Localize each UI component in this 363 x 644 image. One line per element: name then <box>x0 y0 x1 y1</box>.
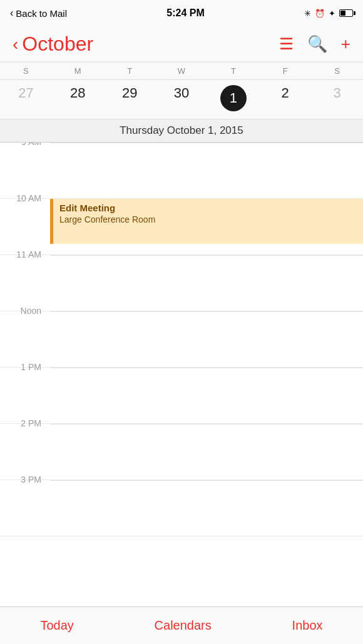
list-icon[interactable]: ☰ <box>279 34 294 54</box>
battery-icon <box>339 9 353 17</box>
time-label-2pm: 2 PM <box>0 419 50 428</box>
time-area-3pm <box>50 480 363 536</box>
date-3[interactable]: 3 <box>311 83 363 114</box>
prev-month-chevron-icon[interactable]: ‹ <box>13 34 18 54</box>
header-actions: ☰ 🔍 + <box>279 34 350 54</box>
status-bar: ‹ Back to Mail 5:24 PM ✳ ⏰ ✦ <box>0 0 363 26</box>
time-area-10am: Edit Meeting Large Conference Room <box>50 199 363 254</box>
tab-bar: Today Calendars Inbox <box>0 606 363 644</box>
event-location: Large Conference Room <box>59 214 357 224</box>
date-30[interactable]: 30 <box>156 83 208 114</box>
time-slot-11am: 11 AM <box>0 255 363 311</box>
time-slot-1pm: 1 PM <box>0 368 363 424</box>
date-1-today[interactable]: 1 <box>207 83 259 114</box>
time-slot-10am: 10 AM Edit Meeting Large Conference Room <box>0 199 363 255</box>
time-slot-9am: 9 AM <box>0 143 363 199</box>
time-slot-noon: Noon <box>0 311 363 368</box>
timeline: 9 AM 10 AM Edit Meeting Large Conference… <box>0 143 363 603</box>
calendar-header: ‹ October ☰ 🔍 + <box>0 26 363 63</box>
dow-tue: T <box>104 65 156 77</box>
time-area-noon <box>50 311 363 367</box>
time-area-9am <box>50 143 363 198</box>
search-icon[interactable]: 🔍 <box>307 34 327 54</box>
add-icon[interactable]: + <box>341 34 350 54</box>
event-title: Edit Meeting <box>59 203 357 213</box>
tab-inbox[interactable]: Inbox <box>292 618 323 633</box>
back-label: Back to Mail <box>16 8 67 19</box>
date-29[interactable]: 29 <box>104 83 156 114</box>
event-edit-meeting[interactable]: Edit Meeting Large Conference Room <box>50 199 363 244</box>
date-28[interactable]: 28 <box>52 83 104 114</box>
time-slot-2pm: 2 PM <box>0 424 363 480</box>
days-of-week-row: S M T W T F S <box>0 63 363 80</box>
status-icons: ✳ ⏰ ✦ <box>304 9 353 18</box>
time-label-11am: 11 AM <box>0 250 50 259</box>
activity-icon: ✳ <box>304 9 311 18</box>
date-row: 27 28 29 30 1 2 3 <box>0 80 363 119</box>
month-title: October <box>22 33 93 56</box>
bluetooth-icon: ✦ <box>329 9 335 18</box>
dow-sat: S <box>311 65 363 77</box>
time-area-11am <box>50 255 363 311</box>
tab-calendars[interactable]: Calendars <box>155 618 212 633</box>
time-label-1pm: 1 PM <box>0 363 50 371</box>
dow-sun: S <box>0 65 52 77</box>
month-nav[interactable]: ‹ October <box>13 33 93 56</box>
tab-today[interactable]: Today <box>40 618 73 633</box>
alarm-icon: ⏰ <box>315 9 325 18</box>
time-slot-3pm: 3 PM <box>0 480 363 536</box>
today-circle: 1 <box>220 85 247 111</box>
dow-wed: W <box>156 65 208 77</box>
time-label-10am: 10 AM <box>0 194 50 203</box>
dow-thu: T <box>207 65 259 77</box>
dow-fri: F <box>259 65 311 77</box>
back-to-mail[interactable]: ‹ Back to Mail <box>10 8 67 19</box>
date-2[interactable]: 2 <box>259 83 311 114</box>
date-27[interactable]: 27 <box>0 83 52 114</box>
selected-date-label: Thursday October 1, 2015 <box>0 119 363 143</box>
time-area-1pm <box>50 368 363 423</box>
time-label-3pm: 3 PM <box>0 475 50 484</box>
time-label-noon: Noon <box>0 306 50 315</box>
status-time: 5:24 PM <box>166 8 204 19</box>
dow-mon: M <box>52 65 104 77</box>
back-chevron-icon: ‹ <box>10 8 13 19</box>
time-label-9am: 9 AM <box>0 143 50 146</box>
time-area-2pm <box>50 424 363 480</box>
